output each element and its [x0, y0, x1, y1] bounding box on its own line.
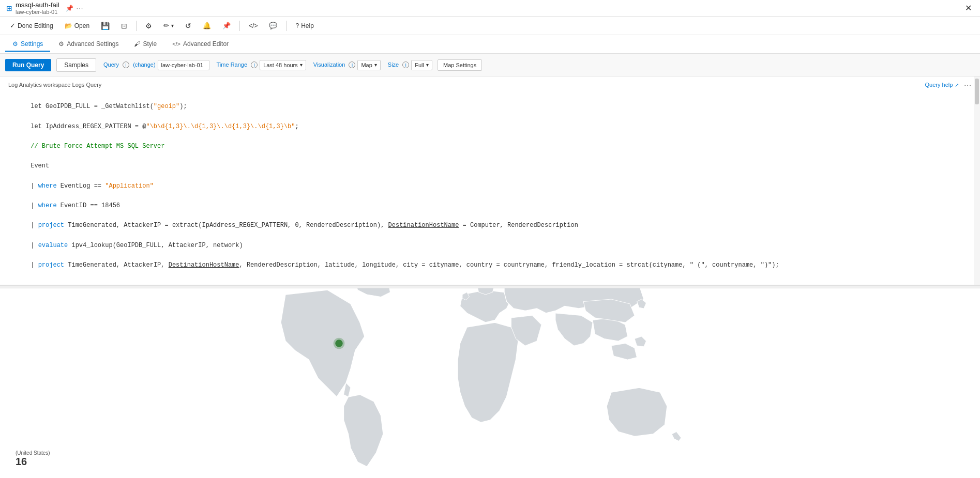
feedback-button[interactable]: 💬	[264, 20, 282, 32]
map-settings-button[interactable]: Map Settings	[438, 59, 482, 71]
visualization-info-icon[interactable]: i	[349, 61, 355, 68]
world-map-svg	[258, 288, 723, 478]
code-editor[interactable]: let GeoIPDB_FULL = _GetWatchlist("geoip"…	[8, 92, 972, 281]
time-range-dropdown[interactable]: Last 48 hours ▾	[260, 60, 306, 70]
size-dropdown[interactable]: Full ▾	[411, 60, 432, 70]
done-editing-icon: ✓	[10, 22, 16, 29]
title-icon: ⊞	[6, 4, 12, 12]
refresh-icon: ↺	[185, 22, 191, 30]
main-layout: Run Query Samples Query i (change) law-c…	[0, 54, 980, 478]
tab-advanced-settings[interactable]: ⚙ Advanced Settings	[51, 37, 126, 52]
pin-toolbar-button[interactable]: 📌	[218, 20, 235, 32]
pin-icon[interactable]: 📌	[66, 5, 73, 12]
save-icon: 💾	[101, 22, 110, 30]
advanced-settings-tab-icon: ⚙	[58, 40, 64, 48]
editor-scrollbar-thumb[interactable]	[975, 79, 979, 104]
size-label: Size i	[386, 61, 409, 69]
open-label: Open	[74, 22, 89, 29]
svg-point-1	[333, 338, 344, 349]
time-range-info-icon[interactable]: i	[251, 61, 258, 68]
map-footer: (United States) 16	[16, 450, 50, 468]
query-change-link[interactable]: (change)	[133, 61, 155, 68]
visualization-label: Visualization i	[311, 61, 356, 69]
samples-button[interactable]: Samples	[56, 58, 96, 72]
visualization-chevron: ▾	[374, 62, 377, 68]
time-range-group: Time Range i Last 48 hours ▾	[215, 60, 306, 70]
query-value: law-cyber-lab-01	[158, 60, 209, 70]
open-icon: 📂	[65, 22, 72, 29]
tab-style[interactable]: 🖌 Style	[127, 37, 164, 52]
settings-tab-label: Settings	[21, 40, 43, 48]
close-button[interactable]: ✕	[963, 3, 974, 13]
help-button[interactable]: ? Help	[291, 20, 318, 32]
time-range-chevron: ▾	[300, 62, 303, 68]
toolbar: ✓ Done Editing 📂 Open 💾 ⊡ ⚙ ✏ ▾ ↺ 🔔 📌 </…	[0, 17, 980, 35]
save-as-button[interactable]: ⊡	[116, 20, 132, 32]
more-icon[interactable]: ···	[77, 4, 84, 12]
external-link-icon: ↗	[955, 82, 959, 88]
settings-tab-icon: ⚙	[12, 40, 18, 48]
window-subtitle: law-cyber-lab-01	[16, 9, 59, 15]
settings-icon: ⚙	[145, 22, 152, 30]
advanced-editor-tab-label: Advanced Editor	[183, 40, 229, 48]
tabs-bar: ⚙ Settings ⚙ Advanced Settings 🖌 Style <…	[0, 35, 980, 54]
title-bar: ⊞ mssql-auth-fail law-cyber-lab-01 📌 ···…	[0, 0, 980, 17]
divider-1	[136, 21, 137, 31]
settings-icon-button[interactable]: ⚙	[141, 20, 157, 32]
pencil-icon: ✏	[163, 22, 169, 29]
window-title: mssql-auth-fail	[16, 1, 59, 9]
advanced-settings-tab-label: Advanced Settings	[67, 40, 118, 48]
bell-icon: 🔔	[203, 22, 211, 29]
visualization-value: Map	[361, 62, 372, 68]
code-button[interactable]: </>	[244, 20, 262, 32]
editor-area: Log Analytics workspace Logs Query Query…	[0, 76, 980, 285]
question-icon: ?	[295, 22, 299, 29]
more-options-icon[interactable]: ···	[964, 81, 972, 89]
style-tab-icon: 🖌	[134, 40, 140, 48]
tab-settings[interactable]: ⚙ Settings	[5, 37, 50, 52]
done-editing-button[interactable]: ✓ Done Editing	[5, 20, 58, 32]
advanced-editor-tab-icon: </>	[172, 41, 180, 47]
editor-header: Log Analytics workspace Logs Query Query…	[8, 81, 972, 89]
feedback-icon: 💬	[269, 22, 277, 29]
code-icon: </>	[249, 22, 258, 29]
query-help-link[interactable]: Query help ↗	[925, 82, 959, 88]
map-area: (United States) 16	[0, 288, 980, 478]
save-as-icon: ⊡	[121, 22, 127, 30]
divider-2	[239, 21, 240, 31]
style-tab-label: Style	[143, 40, 157, 48]
run-query-button[interactable]: Run Query	[5, 59, 51, 71]
editor-title: Log Analytics workspace Logs Query	[8, 82, 101, 88]
open-button[interactable]: 📂 Open	[60, 20, 94, 32]
visualization-dropdown[interactable]: Map ▾	[357, 60, 380, 70]
time-range-label: Time Range i	[215, 61, 258, 69]
edit-button[interactable]: ✏ ▾	[159, 20, 178, 32]
notification-button[interactable]: 🔔	[198, 20, 216, 32]
query-toolbar: Run Query Samples Query i (change) law-c…	[0, 54, 980, 76]
pin-toolbar-icon: 📌	[222, 22, 231, 29]
check-drop-icon: ▾	[171, 23, 174, 28]
query-help-label: Query help	[925, 82, 953, 88]
query-field-group: Query i (change) law-cyber-lab-01	[101, 60, 209, 70]
tab-advanced-editor[interactable]: </> Advanced Editor	[165, 37, 236, 52]
visualization-group: Visualization i Map ▾	[311, 60, 381, 70]
size-chevron: ▾	[426, 62, 429, 68]
editor-scrollbar[interactable]	[974, 76, 980, 285]
time-range-value: Last 48 hours	[263, 62, 298, 68]
divider-3	[286, 21, 287, 31]
query-label: Query i (change)	[101, 61, 156, 69]
size-group: Size i Full ▾	[386, 60, 432, 70]
world-map-container	[0, 288, 980, 478]
map-footer-label: (United States)	[16, 450, 50, 456]
help-label: Help	[301, 22, 314, 29]
refresh-button[interactable]: ↺	[180, 20, 196, 32]
save-button[interactable]: 💾	[96, 20, 114, 32]
map-footer-count: 16	[16, 456, 50, 468]
query-info-icon[interactable]: i	[123, 61, 129, 68]
size-value: Full	[415, 62, 424, 68]
done-editing-label: Done Editing	[18, 22, 53, 29]
size-info-icon[interactable]: i	[402, 61, 409, 68]
